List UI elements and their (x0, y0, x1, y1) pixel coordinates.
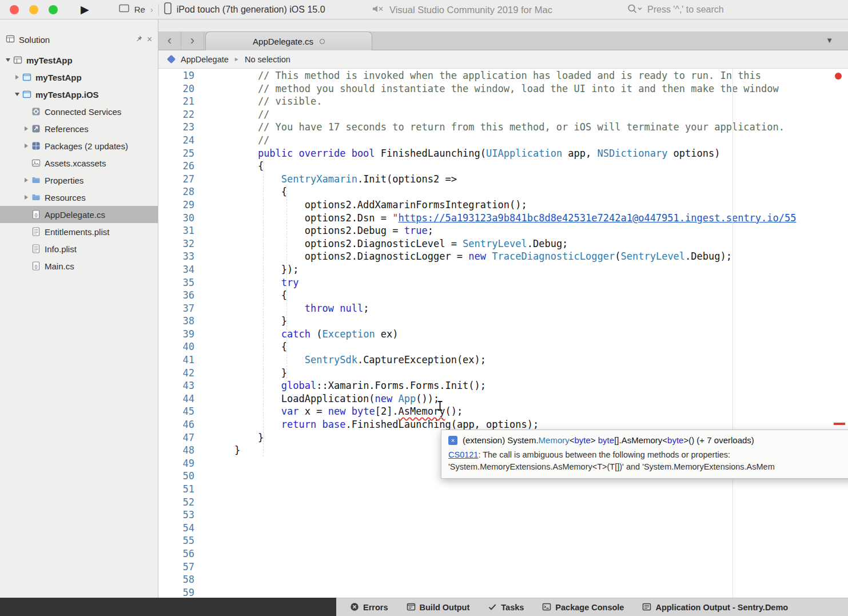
line-number[interactable]: 57 (158, 561, 201, 574)
code-text[interactable] (201, 534, 211, 547)
line-number[interactable]: 24 (158, 134, 201, 147)
line-number[interactable]: 42 (158, 367, 201, 380)
code-text[interactable]: // This method is invoked when the appli… (201, 69, 761, 82)
line-number[interactable]: 25 (158, 147, 201, 160)
line-number[interactable]: 29 (158, 198, 201, 212)
code-text[interactable]: options2.Dsn = "https://5a193123a9b841bc… (201, 212, 797, 225)
line-number[interactable]: 35 (158, 276, 201, 289)
code-text[interactable] (201, 522, 211, 535)
line-number[interactable]: 32 (158, 237, 201, 251)
line-number[interactable]: 22 (158, 108, 201, 121)
code-text[interactable]: { (201, 160, 264, 173)
code-text[interactable] (201, 508, 211, 522)
line-number[interactable]: 44 (158, 392, 201, 406)
code-text[interactable]: LoadApplication(new App()); (201, 392, 439, 406)
code-text[interactable]: SentryXamarin.Init(options2 => (201, 173, 457, 186)
nav-forward-button[interactable]: › (181, 31, 204, 50)
search-control[interactable]: Press '^,' to search (627, 0, 724, 19)
line-number[interactable]: 26 (158, 160, 201, 173)
breadcrumb-selection[interactable]: No selection (245, 55, 290, 64)
line-number[interactable]: 36 (158, 289, 201, 302)
tree-item-appdelegate-cs[interactable]: {}AppDelegate.cs (0, 206, 158, 223)
code-text[interactable] (201, 573, 211, 586)
code-text[interactable]: // (201, 134, 269, 147)
status-item-errors[interactable]: Errors (350, 602, 388, 613)
code-text[interactable]: // (201, 108, 269, 121)
close-window-button[interactable] (10, 5, 19, 14)
line-number[interactable]: 34 (158, 263, 201, 276)
disclosure-down-icon[interactable] (3, 58, 13, 62)
line-number[interactable]: 58 (158, 573, 201, 586)
run-button[interactable]: ▶ (81, 4, 89, 15)
line-number[interactable]: 55 (158, 534, 201, 547)
close-pad-button[interactable]: × (147, 35, 152, 44)
code-text[interactable]: var x = new byte[2].AsMemory(); (201, 405, 463, 418)
zoom-window-button[interactable] (49, 5, 58, 14)
line-number[interactable]: 19 (158, 69, 201, 82)
code-text[interactable]: }); (201, 263, 299, 276)
line-number[interactable]: 43 (158, 379, 201, 392)
tree-item-entitlements-plist[interactable]: Entitlements.plist (0, 223, 158, 240)
code-text[interactable]: catch (Exception ex) (201, 328, 399, 341)
line-number[interactable]: 47 (158, 431, 201, 444)
tab-appdelegate[interactable]: AppDelegate.cs (205, 31, 372, 50)
disclosure-right-icon[interactable] (22, 178, 31, 182)
line-number[interactable]: 49 (158, 457, 201, 470)
code-text[interactable] (201, 586, 211, 598)
line-number[interactable]: 46 (158, 418, 201, 431)
line-number[interactable]: 50 (158, 470, 201, 483)
line-number[interactable]: 48 (158, 444, 201, 457)
line-number[interactable]: 54 (158, 522, 201, 535)
tree-item-assets-xcassets[interactable]: Assets.xcassets (0, 154, 158, 172)
code-text[interactable]: SentrySdk.CaptureException(ex); (201, 353, 486, 367)
line-number[interactable]: 23 (158, 121, 201, 134)
line-number[interactable]: 59 (158, 586, 201, 598)
target-selector[interactable]: Re › iPod touch (7th generation) iOS 15.… (119, 2, 325, 17)
line-number[interactable]: 40 (158, 340, 201, 353)
code-text[interactable]: options2.DiagnosticLogger = new TraceDia… (201, 250, 732, 263)
line-number[interactable]: 51 (158, 483, 201, 496)
code-text[interactable] (201, 457, 211, 470)
line-number[interactable]: 52 (158, 496, 201, 509)
line-number[interactable]: 53 (158, 508, 201, 522)
code-text[interactable] (201, 547, 211, 561)
disclosure-right-icon[interactable] (22, 144, 31, 148)
tree-item-mytestapp[interactable]: myTestApp (0, 69, 158, 86)
tree-item-connected-services[interactable]: Connected Services (0, 103, 158, 120)
code-text[interactable]: // You have 17 seconds to return from th… (201, 121, 785, 134)
code-text[interactable] (201, 470, 211, 483)
line-number[interactable]: 45 (158, 405, 201, 418)
tree-item-packages[interactable]: Packages (2 updates) (0, 137, 158, 154)
tree-item-mytestapp[interactable]: myTestApp (0, 51, 158, 69)
code-editor[interactable]: 19 // This method is invoked when the ap… (158, 69, 848, 598)
code-text[interactable]: { (201, 340, 287, 353)
line-number[interactable]: 20 (158, 82, 201, 96)
line-number[interactable]: 21 (158, 95, 201, 108)
breadcrumb-scope[interactable]: AppDelegate (181, 55, 229, 64)
disclosure-right-icon[interactable] (22, 126, 31, 131)
code-text[interactable]: { (201, 185, 287, 198)
code-text[interactable]: } (201, 315, 287, 328)
disclosure-down-icon[interactable] (13, 93, 22, 96)
code-text[interactable]: throw null; (201, 302, 369, 315)
code-text[interactable]: public override bool FinishedLaunching(U… (201, 147, 720, 160)
disclosure-right-icon[interactable] (13, 75, 22, 80)
line-number[interactable]: 27 (158, 173, 201, 186)
tree-item-references[interactable]: References (0, 120, 158, 137)
tree-item-resources[interactable]: Resources (0, 189, 158, 206)
error-code-link[interactable]: CS0121 (448, 450, 478, 459)
line-number[interactable]: 37 (158, 302, 201, 315)
code-text[interactable] (201, 496, 211, 509)
line-number[interactable]: 28 (158, 185, 201, 198)
minimize-window-button[interactable] (29, 5, 38, 14)
status-item-application-output-sentry-demo[interactable]: Application Output - Sentry.Demo (642, 602, 788, 613)
code-text[interactable]: options2.Debug = true; (201, 224, 433, 237)
line-number[interactable]: 38 (158, 315, 201, 328)
code-text[interactable] (201, 483, 211, 496)
tree-item-info-plist[interactable]: Info.plist (0, 240, 158, 257)
line-number[interactable]: 30 (158, 212, 201, 225)
code-text[interactable]: // method you should instantiate the win… (201, 82, 779, 96)
status-item-package-console[interactable]: Package Console (542, 602, 624, 613)
line-number[interactable]: 56 (158, 547, 201, 561)
tree-item-mytestapp-ios[interactable]: myTestApp.iOS (0, 86, 158, 103)
